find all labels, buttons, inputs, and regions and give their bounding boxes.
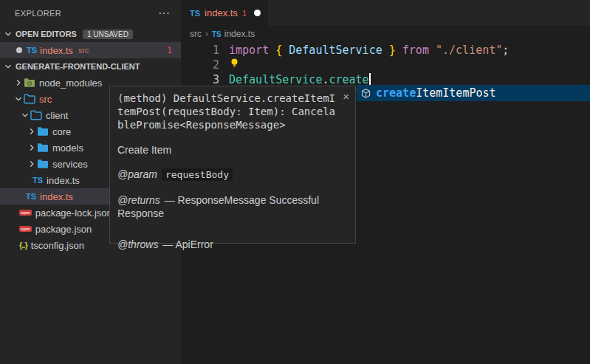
explorer-header: EXPLORER ··· (0, 0, 181, 26)
throws-tag-label: @throws (117, 238, 158, 250)
explorer-title: EXPLORER (15, 9, 61, 18)
lightbulb-icon (229, 58, 240, 69)
tab-filename: index.ts (205, 7, 238, 18)
param-code-chip: requestBody (162, 168, 233, 181)
tree-item-label: tsconfig.json (31, 240, 84, 251)
tree-item-label: core (52, 126, 71, 137)
chevron-down-icon (3, 29, 13, 39)
tree-item-label: src (39, 94, 52, 105)
suggest-rest-text: ItemItemPost (416, 86, 495, 100)
tree-item-label: index.ts (40, 191, 73, 202)
docs-throws-tag: @throws — ApiError (117, 238, 343, 251)
typescript-file-icon: TS (27, 46, 37, 55)
tree-item-label: services (52, 159, 88, 170)
folder-icon (37, 142, 49, 153)
tree-item-label: index.ts (47, 175, 80, 186)
tree-item-label: package.json (35, 224, 92, 235)
code-token: from (402, 44, 436, 57)
suggest-item-createItemItemPost[interactable]: create ItemItemPost (357, 85, 590, 101)
tab-error-count: 1 (242, 9, 247, 18)
code-token: ; (502, 44, 509, 57)
close-icon[interactable]: × (343, 90, 349, 103)
code-token: } (389, 44, 402, 57)
folder-open-icon (24, 94, 35, 104)
unsaved-badge: 1 UNSAVED (83, 30, 133, 39)
suggest-widget: create ItemItemPost (357, 85, 590, 101)
more-actions-icon[interactable]: ··· (159, 7, 171, 18)
ts-icon: TS (32, 176, 43, 185)
tree-item-label: client (46, 110, 68, 121)
typescript-file-icon: TS (212, 30, 222, 38)
tab-bar: TS index.ts 1 (181, 0, 590, 26)
code-line-1[interactable]: import { DefaultService } from "./client… (229, 43, 509, 58)
folder-node-icon (24, 78, 35, 88)
breadcrumb-separator-icon: › (205, 29, 208, 39)
docs-param-tag: @paramrequestBody (117, 168, 343, 182)
returns-tag-label: @returns (117, 194, 160, 206)
line-number: 3 (181, 72, 219, 87)
docs-returns-tag: @returns — ResponseMessage Successful Re… (117, 193, 343, 220)
suggest-docs-panel: × (method) DefaultService.createItemI te… (109, 86, 356, 244)
line-number: 2 (181, 58, 219, 72)
chevron-right-icon (27, 159, 37, 169)
tree-item-label: package-lock.json (35, 207, 112, 219)
code-token: DefaultService (289, 44, 382, 57)
signature-line: blePromise<ResponseMessage> (117, 118, 348, 131)
docs-summary: Create Item (117, 144, 348, 156)
code-token: import (229, 44, 275, 57)
code-token: DefaultService (229, 73, 322, 86)
line-number: 1 (181, 43, 219, 58)
tree-item-label: models (52, 142, 83, 154)
folder-icon (37, 159, 49, 169)
open-editors-label: OPEN EDITORS (16, 30, 77, 38)
code-token: { (275, 44, 289, 57)
chevron-right-icon (27, 126, 37, 137)
text-cursor (369, 73, 371, 86)
open-editor-item[interactable]: TS index.ts src 1 (0, 42, 181, 58)
chevron-right-icon (13, 78, 24, 88)
open-editor-path: src (78, 46, 89, 55)
signature-line: temPost(requestBody: Item): Cancela (117, 105, 348, 118)
project-name-label: GENERATE-FRONTEND-CLIENT (16, 62, 140, 71)
breadcrumb-file[interactable]: index.ts (224, 29, 255, 39)
folder-open-icon (30, 110, 42, 120)
code-area[interactable]: 123import { DefaultService } from "./cli… (181, 43, 590, 87)
folder-icon (37, 126, 49, 137)
npm-icon: npm (19, 226, 32, 233)
open-editors-header[interactable]: OPEN EDITORS 1 UNSAVED (0, 26, 181, 42)
json-icon: {..} (19, 241, 27, 250)
npm-icon: npm (19, 210, 32, 216)
project-section-header[interactable]: GENERATE-FRONTEND-CLIENT (0, 58, 181, 75)
code-token: "./client" (436, 44, 502, 57)
modified-dot-icon (16, 47, 22, 53)
chevron-down-icon (3, 61, 13, 72)
ts-icon: TS (26, 192, 36, 201)
method-cube-icon (360, 88, 371, 99)
signature-line: (method) DefaultService.createItemI (117, 92, 348, 105)
code-line-2[interactable] (229, 58, 240, 72)
code-token (383, 44, 389, 57)
throws-text: — ApiError (162, 238, 213, 250)
tree-item-label: node_modules (39, 78, 102, 89)
code-line-3[interactable]: DefaultService.create (229, 72, 371, 87)
chevron-right-icon (27, 142, 37, 153)
breadcrumb: src › TS index.ts (181, 26, 590, 42)
typescript-file-icon: TS (190, 9, 200, 18)
unsaved-dot-icon[interactable] (254, 10, 261, 16)
error-count-badge: 1 (167, 45, 172, 55)
breadcrumb-folder[interactable]: src (190, 29, 202, 39)
suggest-match-text: create (376, 86, 416, 100)
param-tag-label: @param (117, 168, 157, 180)
chevron-down-icon (20, 110, 30, 120)
tab-index-ts[interactable]: TS index.ts 1 (181, 0, 268, 26)
chevron-down-icon (13, 94, 24, 104)
open-editor-filename: index.ts (40, 45, 73, 56)
vscode-window: EXPLORER ··· OPEN EDITORS 1 UNSAVED TS i… (0, 0, 590, 364)
